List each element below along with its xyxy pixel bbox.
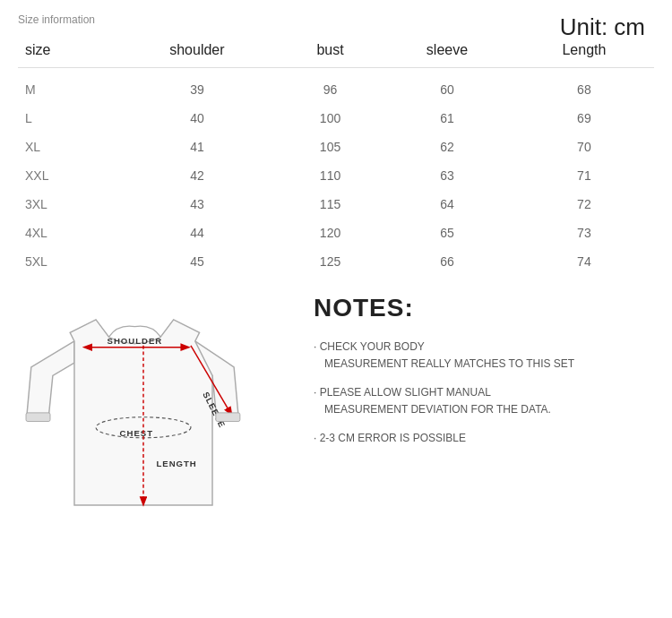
cell-length: 69 — [514, 104, 654, 133]
page: Size information Unit: cm size shoulder … — [0, 0, 672, 618]
cell-bust: 120 — [280, 219, 380, 247]
cell-shoulder: 41 — [114, 133, 280, 161]
cell-bust: 125 — [280, 247, 380, 276]
note-line2-1: MEASUREMENT DEVIATION FOR THE DATA. — [314, 401, 654, 417]
note-line1-0: · CHECK YOUR BODY — [314, 340, 654, 353]
cell-bust: 96 — [280, 68, 380, 105]
note-line1-1: · PLEASE ALLOW SLIGHT MANUAL — [314, 386, 654, 399]
size-table: size shoulder bust sleeve Length M399660… — [18, 33, 654, 276]
cell-size: XL — [18, 133, 114, 161]
notes-area: NOTES: · CHECK YOUR BODYMEASUREMENT REAL… — [296, 294, 654, 530]
cell-length: 68 — [514, 68, 654, 105]
cell-length: 71 — [514, 161, 654, 190]
cell-shoulder: 45 — [114, 247, 280, 276]
bottom-section: SHOULDER SLEEVE CHEST LENGTH NOTES: · CH… — [18, 294, 654, 530]
unit-label: Unit: cm — [560, 13, 645, 41]
svg-rect-5 — [216, 413, 240, 422]
note-item-0: · CHECK YOUR BODYMEASUREMENT REALLY MATC… — [314, 340, 654, 372]
cell-size: XXL — [18, 161, 114, 190]
cell-shoulder: 39 — [114, 68, 280, 105]
cell-shoulder: 42 — [114, 161, 280, 190]
length-label: LENGTH — [156, 459, 196, 468]
notes-title: NOTES: — [314, 294, 654, 322]
cell-size: 4XL — [18, 219, 114, 247]
cell-length: 74 — [514, 247, 654, 276]
note-item-1: · PLEASE ALLOW SLIGHT MANUALMEASUREMENT … — [314, 386, 654, 417]
table-row: 4XL441206573 — [18, 219, 654, 247]
note-line2-0: MEASUREMENT REALLY MATCHES TO THIS SET — [314, 356, 654, 372]
cell-sleeve: 60 — [380, 68, 514, 105]
cell-shoulder: 40 — [114, 104, 280, 133]
cell-shoulder: 44 — [114, 219, 280, 247]
col-bust: bust — [280, 33, 380, 68]
cell-bust: 115 — [280, 190, 380, 219]
cell-sleeve: 64 — [380, 190, 514, 219]
cell-sleeve: 61 — [380, 104, 514, 133]
cell-shoulder: 43 — [114, 190, 280, 219]
cell-size: 3XL — [18, 190, 114, 219]
cell-bust: 100 — [280, 104, 380, 133]
note-item-2: · 2-3 CM ERROR IS POSSIBLE — [314, 432, 654, 444]
table-header-row: size shoulder bust sleeve Length — [18, 33, 654, 68]
cell-size: 5XL — [18, 247, 114, 276]
cell-sleeve: 66 — [380, 247, 514, 276]
cell-sleeve: 62 — [380, 133, 514, 161]
cell-bust: 105 — [280, 133, 380, 161]
notes-container: · CHECK YOUR BODYMEASUREMENT REALLY MATC… — [314, 340, 654, 444]
col-size: size — [18, 33, 114, 68]
cell-size: L — [18, 104, 114, 133]
cell-length: 73 — [514, 219, 654, 247]
shirt-diagram: SHOULDER SLEEVE CHEST LENGTH — [18, 294, 269, 527]
diagram-area: SHOULDER SLEEVE CHEST LENGTH — [18, 294, 287, 530]
table-row: 3XL431156472 — [18, 190, 654, 219]
table-row: XL411056270 — [18, 133, 654, 161]
table-row: L401006169 — [18, 104, 654, 133]
shoulder-label: SHOULDER — [108, 336, 163, 346]
cell-bust: 110 — [280, 161, 380, 190]
chest-label: CHEST — [120, 428, 153, 438]
table-row: XXL421106371 — [18, 161, 654, 190]
cell-sleeve: 65 — [380, 219, 514, 247]
note-line1-2: · 2-3 CM ERROR IS POSSIBLE — [314, 432, 654, 444]
table-row: 5XL451256674 — [18, 247, 654, 276]
cell-sleeve: 63 — [380, 161, 514, 190]
col-sleeve: sleeve — [380, 33, 514, 68]
size-info-label: Size information — [18, 13, 654, 26]
cell-length: 72 — [514, 190, 654, 219]
cell-size: M — [18, 68, 114, 105]
cell-length: 70 — [514, 133, 654, 161]
col-shoulder: shoulder — [114, 33, 280, 68]
table-row: M39966068 — [18, 68, 654, 105]
svg-rect-4 — [26, 413, 50, 422]
